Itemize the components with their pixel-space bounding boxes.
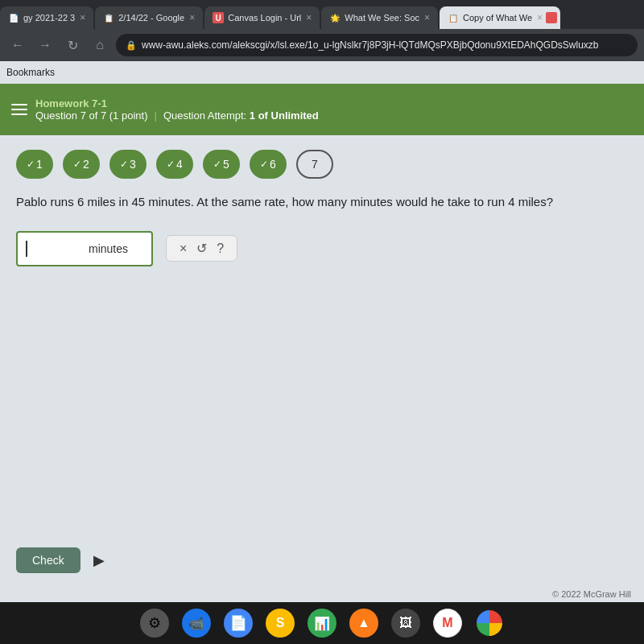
assignment-title: Homework 7-1 [35,97,631,109]
check-button[interactable]: Check [16,547,80,573]
tab-2-favicon: 📋 [103,12,114,23]
main-content: Homework 7-1 Question 7 of 7 (1 point) |… [0,84,644,602]
check-1: ✓ [27,159,35,170]
tab-3[interactable]: U Canvas Login - Url × [204,6,320,29]
tab-3-label: Canvas Login - Url [228,13,301,23]
q-bubble-5[interactable]: ✓ 5 [203,150,240,179]
menu-line-2 [11,109,27,110]
home-button[interactable]: ⌂ [89,34,111,56]
taskbar-slides-icon[interactable]: S [266,609,295,638]
tab-3-close[interactable]: × [306,12,312,23]
check-6: ✓ [260,159,268,170]
browser-chrome: 📄 gy 2021-22 3 × 📋 2/14/22 - Google × U … [0,0,644,84]
attempt-number: 1 of Unlimited [250,109,319,122]
text-cursor-icon [26,241,27,257]
aleks-header: Homework 7-1 Question 7 of 7 (1 point) |… [0,84,644,135]
q-bubble-4[interactable]: ✓ 4 [156,150,193,179]
tab-4-close[interactable]: × [424,12,430,23]
action-buttons: × ↺ ? [166,235,237,262]
lock-icon: 🔒 [126,40,137,51]
taskbar-sheets-icon[interactable]: 📊 [308,609,336,638]
q-num-5: 5 [223,158,229,171]
check-5: ✓ [213,159,221,170]
tab-2-label: 2/14/22 - Google [118,13,184,23]
tab-5-favicon: 📋 [448,12,459,23]
q-num-3: 3 [130,158,136,171]
taskbar: ⚙ 📹 📄 S 📊 ▲ 🖼 M [0,602,644,644]
address-bar-row: ← → ↻ ⌂ 🔒 www-awu.aleks.com/alekscgi/x/l… [0,29,644,61]
tab-4[interactable]: 🌟 What We See: Soc × [321,6,438,29]
taskbar-photos-icon[interactable]: 🖼 [391,609,420,638]
address-text: www-awu.aleks.com/alekscgi/x/lsl.exe/1o_… [142,39,599,51]
q-num-1: 1 [36,158,43,171]
tab-1[interactable]: 📄 gy 2021-22 3 × [0,6,93,29]
question-text: Pablo runs 6 miles in 45 minutes. At the… [16,193,628,212]
header-separator: | [154,109,156,122]
q-num-6: 6 [270,158,276,171]
check-row: Check ▶ [0,535,644,586]
tab-5-close[interactable]: × [537,12,543,23]
content-spacer [0,372,644,535]
bookmarks-label: Bookmarks [6,67,55,78]
taskbar-chrome-icon[interactable] [475,609,504,638]
tab-5[interactable]: 📋 Copy of What We × [440,6,560,29]
tab-1-label: gy 2021-22 3 [23,13,75,23]
chrome-ring [477,610,502,636]
tab-5-label: Copy of What We [463,13,532,23]
q-bubble-6[interactable]: ✓ 6 [250,150,287,179]
tab-2-close[interactable]: × [189,12,195,23]
back-button[interactable]: ← [6,34,29,56]
q-bubble-1[interactable]: ✓ 1 [16,150,53,179]
taskbar-video-icon[interactable]: 📹 [182,609,211,638]
copyright-row: © 2022 McGraw Hill [0,586,644,602]
forward-button[interactable]: → [34,34,56,56]
answer-input-container[interactable]: minutes [16,231,153,266]
copyright-text: © 2022 McGraw Hill [552,589,631,599]
menu-line-1 [11,104,27,105]
taskbar-drive-icon[interactable]: ▲ [349,609,378,638]
tab-4-label: What We See: Soc [345,13,419,23]
question-nav: ✓ 1 ✓ 2 ✓ 3 ✓ 4 ✓ 5 ✓ 6 7 [0,135,644,193]
tab-4-favicon: 🌟 [329,12,341,23]
q-bubble-7[interactable]: 7 [296,150,333,179]
tab-bar: 📄 gy 2021-22 3 × 📋 2/14/22 - Google × U … [0,0,644,29]
tab-1-close[interactable]: × [80,12,85,23]
cursor-arrow: ▶ [93,551,105,569]
question-area: Pablo runs 6 miles in 45 minutes. At the… [0,193,644,372]
tab-5-extra-close[interactable] [546,12,557,23]
answer-row: minutes × ↺ ? [16,231,628,266]
tab-3-favicon: U [213,12,224,23]
check-2: ✓ [73,159,81,170]
q-num-4: 4 [176,158,183,171]
reload-button[interactable]: ↻ [61,34,84,56]
bookmarks-bar: Bookmarks [0,61,644,84]
q-bubble-2[interactable]: ✓ 2 [63,150,100,179]
attempt-info: Question Attempt: 1 of Unlimited [163,109,319,122]
menu-line-3 [11,114,27,115]
menu-icon[interactable] [11,104,27,115]
minutes-label: minutes [89,242,128,255]
tab-1-favicon: 📄 [8,12,19,23]
taskbar-docs-icon[interactable]: 📄 [224,609,253,638]
check-4: ✓ [167,159,175,170]
q-bubble-3[interactable]: ✓ 3 [109,150,147,179]
q-num-7: 7 [312,158,318,171]
question-info: Question 7 of 7 (1 point) [35,109,147,122]
check-3: ✓ [120,159,128,170]
taskbar-settings-icon[interactable]: ⚙ [140,609,169,638]
tab-2[interactable]: 📋 2/14/22 - Google × [95,6,203,29]
taskbar-gmail-icon[interactable]: M [433,609,462,638]
undo-button[interactable]: ↺ [196,241,207,256]
help-button[interactable]: ? [217,242,224,256]
address-bar[interactable]: 🔒 www-awu.aleks.com/alekscgi/x/lsl.exe/1… [116,34,638,56]
q-num-2: 2 [83,158,89,171]
header-subtitle: Question 7 of 7 (1 point) | Question Att… [35,109,631,122]
answer-input[interactable] [34,242,82,255]
clear-button[interactable]: × [180,242,187,256]
